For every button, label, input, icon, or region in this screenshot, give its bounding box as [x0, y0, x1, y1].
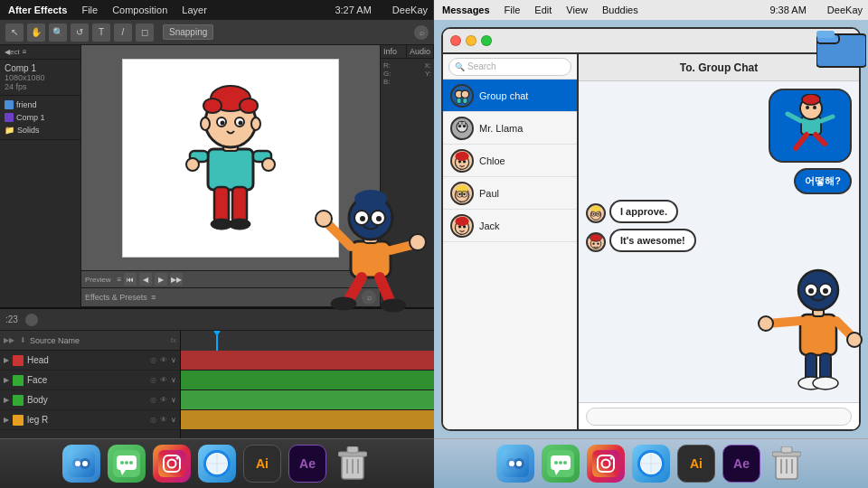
svg-rect-42	[816, 31, 835, 38]
ae-user: DeeKay	[392, 5, 428, 15]
svg-point-31	[381, 299, 406, 312]
svg-point-78	[813, 106, 816, 109]
ae-menu-layer[interactable]: Layer	[179, 5, 210, 15]
preview-play[interactable]: ▶	[155, 273, 167, 286]
layers-header-label: ⬇	[20, 336, 26, 344]
preview-skip-start[interactable]: ⏮	[124, 273, 137, 286]
dock-instagram-left[interactable]	[153, 445, 191, 483]
dock-trash-left[interactable]	[334, 445, 372, 483]
bubble-approve-text: I approve.	[609, 200, 678, 223]
contact-name-group: Group chat	[479, 90, 528, 101]
svg-rect-89	[800, 314, 836, 355]
ae-layers-panel: ▶▶ ⬇ Source Name fx ▶ Head ◎ 👁 ∨	[0, 331, 181, 438]
search-placeholder: Search	[467, 61, 496, 71]
dock-illustrator-right[interactable]: Ai	[677, 445, 715, 483]
dock-ae-right[interactable]: Ae	[722, 445, 760, 483]
msg-menu-buddies[interactable]: Buddies	[599, 5, 641, 15]
layer-solo-face[interactable]: ◎	[150, 376, 156, 384]
audio-tab[interactable]: Audio	[407, 45, 434, 58]
msg-menu-app[interactable]: Messages	[439, 5, 493, 15]
info-tab[interactable]: Info	[381, 45, 407, 58]
dock-messages-left[interactable]	[108, 445, 146, 483]
shape-tool[interactable]: ◻	[136, 23, 154, 42]
avatar-group-chat	[450, 84, 474, 108]
layer-solo-body[interactable]: ◎	[150, 396, 156, 404]
ae-text-right: Ae	[733, 456, 750, 471]
svg-point-104	[823, 288, 828, 294]
layer-collapse-face[interactable]: ∨	[171, 376, 176, 384]
layer-row-legr: ▶ leg R ◎ 👁 ∨	[0, 410, 180, 430]
layer-expand-face[interactable]: ▶	[4, 376, 9, 384]
ae-menu-app[interactable]: After Effects	[5, 5, 70, 15]
project-item-comp[interactable]: Comp 1	[5, 111, 76, 124]
preview-rewind[interactable]: ◀	[139, 273, 152, 286]
contact-name-chloe: Chloe	[479, 155, 505, 166]
dock-messages-right[interactable]	[542, 445, 580, 483]
project-item-solids[interactable]: 📁 Solids	[5, 124, 76, 136]
hand-tool[interactable]: ✋	[27, 23, 45, 42]
dock-finder-right[interactable]	[496, 445, 534, 483]
ae-menu-file[interactable]: File	[79, 5, 100, 15]
msg-menu-file[interactable]: File	[502, 5, 524, 15]
svg-point-83	[593, 213, 595, 215]
layer-vis-legr[interactable]: 👁	[160, 416, 167, 424]
layer-vis-head[interactable]: 👁	[160, 356, 167, 364]
svg-point-91	[759, 316, 773, 331]
ae-panel: ↖ ✋ 🔍 ↺ T / ◻ Snapping ⌕ ◀ect ≡ Comp 1 1…	[0, 20, 434, 438]
msg-menu-view[interactable]: View	[563, 5, 590, 15]
layer-collapse-head[interactable]: ∨	[171, 356, 176, 364]
contact-chloe[interactable]: Chloe	[443, 145, 577, 177]
pen-tool[interactable]: /	[114, 23, 132, 42]
svg-rect-0	[208, 149, 253, 190]
g-label: G:	[383, 70, 391, 78]
b-label: B:	[383, 78, 391, 86]
zoom-tool[interactable]: 🔍	[49, 23, 67, 42]
select-tool[interactable]: ↖	[5, 23, 24, 42]
contact-paul[interactable]: Paul	[443, 177, 577, 210]
layer-expand-legr[interactable]: ▶	[4, 416, 9, 424]
msg-contacts-sidebar: 🔍 Search	[443, 54, 579, 429]
track-header	[181, 331, 434, 351]
toggle-all[interactable]: ▶▶	[4, 336, 14, 344]
layer-expand-body[interactable]: ▶	[4, 396, 9, 404]
dock-instagram-right[interactable]	[587, 445, 625, 483]
layer-vis-face[interactable]: 👁	[160, 376, 167, 384]
layer-collapse-legr[interactable]: ∨	[171, 416, 176, 424]
ae-menubar: After Effects File Composition Layer 3:2…	[0, 0, 434, 20]
svg-point-13	[240, 99, 258, 113]
ae-menu-composition[interactable]: Composition	[109, 5, 170, 15]
layer-solo-head[interactable]: ◎	[150, 356, 156, 364]
layer-expand-head[interactable]: ▶	[4, 356, 9, 364]
ae-search-icon[interactable]: ⌕	[414, 25, 429, 40]
dock-finder-left[interactable]	[62, 445, 100, 483]
preview-forward[interactable]: ▶▶	[170, 273, 183, 286]
maximize-button[interactable]	[481, 35, 492, 46]
rotate-tool[interactable]: ↺	[71, 23, 89, 42]
contact-group-chat[interactable]: Group chat	[443, 80, 577, 112]
msg-input-field[interactable]	[586, 408, 852, 426]
bubble-awesome-text: It's awesome!	[609, 229, 696, 252]
dock-trash-right[interactable]	[768, 445, 806, 483]
dock-safari-right[interactable]	[632, 445, 670, 483]
contact-mr-llama[interactable]: Mr. Llama	[443, 112, 577, 145]
layer-solo-legr[interactable]: ◎	[150, 416, 156, 424]
timeline-search-icon[interactable]	[25, 314, 38, 326]
layer-vis-body[interactable]: 👁	[160, 396, 167, 404]
msg-user: DeeKay	[827, 5, 863, 15]
timeline-time: :23	[5, 314, 18, 324]
avatar-chloe	[450, 149, 474, 173]
svg-point-18	[201, 117, 210, 130]
layer-collapse-body[interactable]: ∨	[171, 396, 176, 404]
snapping-button[interactable]: Snapping	[163, 24, 213, 40]
msg-search-box[interactable]: 🔍 Search	[448, 58, 571, 76]
contact-jack[interactable]: Jack	[443, 210, 577, 242]
ae-comp-info: Comp 1 1080x1080 24 fps	[0, 60, 80, 96]
close-button[interactable]	[450, 35, 461, 46]
dock-illustrator-left[interactable]: Ai	[243, 445, 281, 483]
dock-safari-left[interactable]	[198, 445, 236, 483]
project-item-friend[interactable]: friend	[5, 99, 76, 111]
minimize-button[interactable]	[466, 35, 476, 46]
msg-menu-edit[interactable]: Edit	[532, 5, 554, 15]
text-tool[interactable]: T	[92, 23, 110, 42]
dock-ae-left[interactable]: Ae	[288, 445, 326, 483]
